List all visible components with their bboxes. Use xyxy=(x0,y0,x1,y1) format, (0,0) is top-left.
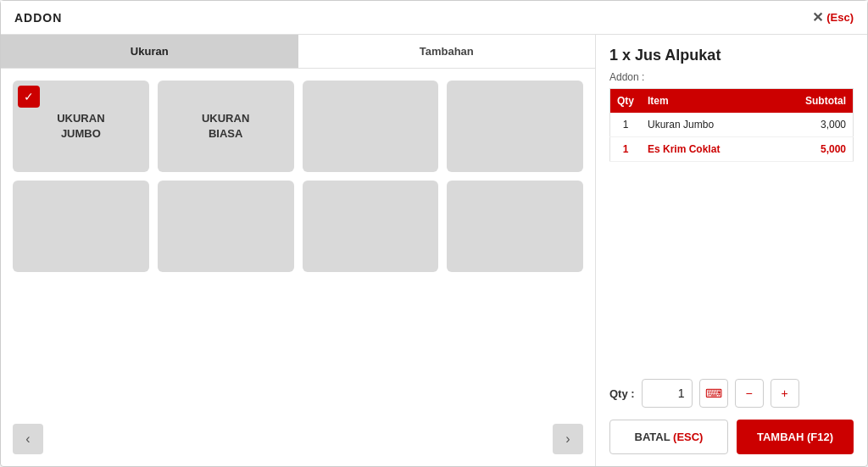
right-panel: 1 x Jus Alpukat Addon : Qty Item Subtota… xyxy=(596,35,867,466)
addon-modal: ADDON ✕ (Esc) Ukuran Tambahan ✓ xyxy=(0,0,868,467)
close-icon: ✕ xyxy=(812,9,823,25)
table-row: 1 Ukuran Jumbo 3,000 xyxy=(610,113,854,137)
table-row: 1 Es Krim Coklat 5,000 xyxy=(610,137,854,162)
plus-icon: + xyxy=(782,386,788,400)
grid-row-2 xyxy=(13,181,583,272)
next-icon: › xyxy=(565,431,570,447)
col-header-item: Item xyxy=(641,89,771,114)
keyboard-button[interactable]: ⌨ xyxy=(699,379,728,408)
grid-nav: ‹ › xyxy=(1,415,595,466)
grid-cell-empty-6[interactable] xyxy=(447,181,583,272)
cell-check-icon: ✓ xyxy=(18,86,40,108)
grid-cell-empty-5[interactable] xyxy=(303,181,439,272)
next-page-button[interactable]: › xyxy=(553,424,583,454)
keyboard-icon: ⌨ xyxy=(705,386,722,400)
cell-subtotal: 5,000 xyxy=(771,137,853,162)
qty-label: Qty : xyxy=(609,387,635,400)
minus-icon: − xyxy=(746,386,753,400)
grid-cell-empty-1[interactable] xyxy=(303,81,439,172)
tabs-bar: Ukuran Tambahan xyxy=(1,35,595,69)
close-label: (Esc) xyxy=(826,11,854,24)
qty-plus-button[interactable]: + xyxy=(771,379,799,408)
addon-table-wrapper: Qty Item Subtotal 1 Ukuran Jumbo 3,000 1… xyxy=(609,88,854,379)
tambah-button[interactable]: TAMBAH (F12) xyxy=(737,420,854,454)
col-header-subtotal: Subtotal xyxy=(771,89,853,114)
addon-section-label: Addon : xyxy=(609,71,854,83)
left-panel: Ukuran Tambahan ✓ UKURANJUMBO UKURANBIAS… xyxy=(1,35,596,466)
batal-button[interactable]: BATAL (ESC) xyxy=(609,420,728,454)
tab-tambahan[interactable]: Tambahan xyxy=(298,35,596,68)
modal-body: Ukuran Tambahan ✓ UKURANJUMBO UKURANBIAS… xyxy=(1,35,867,466)
grid-cell-empty-3[interactable] xyxy=(13,181,149,272)
batal-shortcut: (ESC) xyxy=(673,431,703,443)
grid-cell-ukuran-biasa[interactable]: UKURANBIASA xyxy=(158,81,294,172)
cell-qty: 1 xyxy=(610,113,642,137)
grid-row-1: ✓ UKURANJUMBO UKURANBIASA xyxy=(13,81,583,172)
qty-minus-button[interactable]: − xyxy=(735,379,764,408)
cell-item: Es Krim Coklat xyxy=(641,137,771,162)
cell-subtotal: 3,000 xyxy=(771,113,853,137)
action-row: BATAL (ESC) TAMBAH (F12) xyxy=(609,420,854,454)
item-grid: ✓ UKURANJUMBO UKURANBIASA xyxy=(1,69,595,415)
table-header-row: Qty Item Subtotal xyxy=(610,89,854,114)
cell-item: Ukuran Jumbo xyxy=(641,113,771,137)
qty-input[interactable] xyxy=(642,379,693,408)
tab-ukuran[interactable]: Ukuran xyxy=(1,35,298,68)
grid-cell-ukuran-jumbo[interactable]: ✓ UKURANJUMBO xyxy=(13,81,149,172)
grid-cell-empty-2[interactable] xyxy=(447,81,583,172)
addon-table: Qty Item Subtotal 1 Ukuran Jumbo 3,000 1… xyxy=(609,88,854,162)
grid-cell-empty-4[interactable] xyxy=(158,181,294,272)
prev-page-button[interactable]: ‹ xyxy=(13,424,43,454)
col-header-qty: Qty xyxy=(610,89,642,114)
cell-label: UKURANJUMBO xyxy=(57,111,104,142)
item-title: 1 x Jus Alpukat xyxy=(609,47,854,64)
cell-qty: 1 xyxy=(610,137,642,162)
prev-icon: ‹ xyxy=(25,431,30,447)
close-button[interactable]: ✕ (Esc) xyxy=(812,9,854,25)
modal-title: ADDON xyxy=(14,11,62,25)
qty-row: Qty : ⌨ − + xyxy=(609,379,854,408)
modal-header: ADDON ✕ (Esc) xyxy=(1,1,867,35)
cell-label: UKURANBIASA xyxy=(202,111,249,142)
batal-label: BATAL xyxy=(635,431,670,443)
